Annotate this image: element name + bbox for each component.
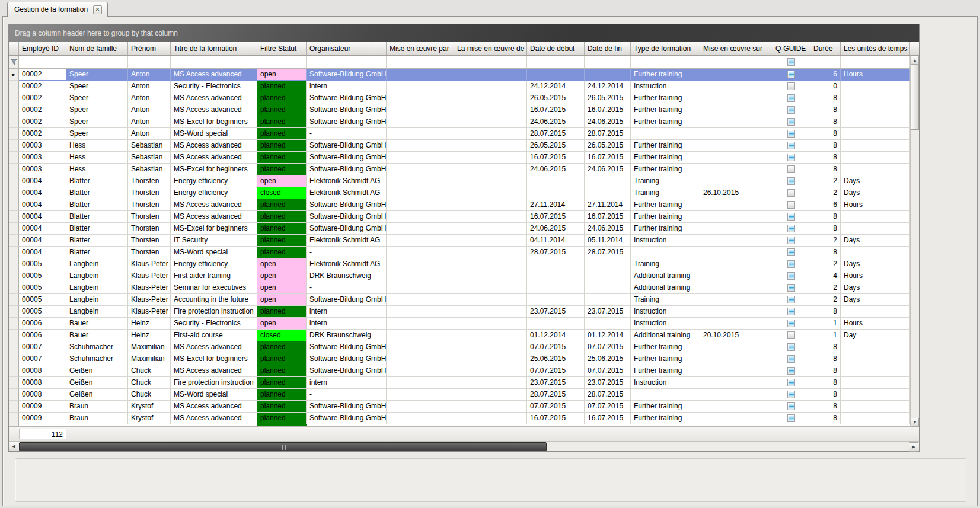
cell-mise_par[interactable] (387, 223, 454, 235)
cell-mise_par[interactable] (387, 377, 454, 389)
cell-type[interactable]: Instruction (631, 235, 700, 247)
cell-organisateur[interactable]: Elektronik Schmidt AG (307, 258, 387, 270)
cell-employe_id[interactable]: 00005 (19, 258, 66, 270)
cell-statut[interactable]: open (257, 318, 307, 330)
table-row[interactable]: 00004BlatterThorstenMS-Word specialplann… (9, 247, 919, 258)
cell-statut[interactable]: planned (257, 152, 307, 164)
cell-employe_id[interactable]: 00004 (19, 223, 66, 235)
cell-type[interactable]: Further training (631, 353, 700, 365)
tab-close-icon[interactable]: ✕ (93, 5, 102, 14)
cell-unites[interactable]: Days (841, 235, 910, 247)
cell-unites[interactable] (841, 81, 910, 92)
cell-mise_sur[interactable] (700, 306, 772, 318)
cell-fin[interactable]: 27.11.2014 (585, 199, 631, 211)
qguide-checkbox-checked-icon[interactable] (787, 391, 795, 398)
cell-qguide[interactable] (772, 104, 810, 116)
qguide-checkbox-checked-icon[interactable] (787, 379, 795, 386)
filter-cell-prenom[interactable] (128, 56, 171, 68)
cell-statut[interactable]: planned (257, 128, 307, 140)
cell-mise_par[interactable] (387, 164, 454, 175)
cell-fin[interactable]: 16.07.2015 (585, 104, 631, 116)
table-row[interactable]: 00008GeißenChuckMS-Word specialplanned-2… (9, 389, 919, 401)
filter-cell-unites[interactable] (841, 56, 910, 68)
cell-mise_de[interactable] (454, 294, 527, 306)
cell-prenom[interactable]: Anton (128, 81, 171, 92)
cell-mise_par[interactable] (387, 318, 454, 330)
qguide-checkbox-checked-icon[interactable] (787, 272, 795, 280)
cell-duree[interactable]: 4 (810, 270, 841, 282)
table-row[interactable]: 00007SchuhmacherMaximilianMS-Excel for b… (9, 353, 919, 365)
qguide-checkbox-checked-icon[interactable] (787, 94, 795, 102)
cell-fin[interactable]: 07.07.2015 (585, 401, 631, 413)
cell-unites[interactable] (841, 353, 910, 365)
cell-nom[interactable]: Geißen (66, 389, 128, 401)
cell-fin[interactable]: 23.07.2015 (585, 377, 631, 389)
cell-mise_sur[interactable] (700, 175, 772, 187)
cell-unites[interactable] (841, 377, 910, 389)
filter-cell-qguide[interactable] (772, 56, 810, 68)
cell-nom[interactable]: Langbein (66, 282, 128, 294)
cell-statut[interactable]: closed (257, 187, 307, 199)
cell-statut[interactable]: open (257, 282, 307, 294)
cell-mise_de[interactable] (454, 211, 527, 223)
cell-mise_de[interactable] (454, 128, 527, 140)
cell-fin[interactable] (585, 258, 631, 270)
cell-type[interactable]: Further training (631, 211, 700, 223)
cell-mise_par[interactable] (387, 152, 454, 164)
scroll-left-icon[interactable]: ◀ (9, 442, 18, 451)
cell-mise_de[interactable] (454, 341, 527, 353)
cell-qguide[interactable] (772, 377, 810, 389)
cell-duree[interactable]: 8 (810, 128, 841, 140)
cell-debut[interactable]: 25.06.2015 (527, 353, 585, 365)
cell-unites[interactable] (841, 223, 910, 235)
cell-type[interactable]: Instruction (631, 81, 700, 92)
cell-organisateur[interactable]: Elektronik Schmidt AG (307, 175, 387, 187)
cell-unites[interactable] (841, 401, 910, 413)
filter-cell-mise_par[interactable] (387, 56, 454, 68)
tab-gestion-formation[interactable]: Gestion de la formation ✕ (7, 2, 108, 17)
cell-debut[interactable]: 24.06.2015 (527, 116, 585, 128)
cell-prenom[interactable]: Thorsten (128, 187, 171, 199)
cell-mise_par[interactable] (387, 69, 454, 81)
cell-type[interactable]: Training (631, 258, 700, 270)
cell-statut[interactable]: planned (257, 247, 307, 258)
table-row[interactable]: 00004BlatterThorstenIT SecurityplannedEl… (9, 235, 919, 247)
cell-organisateur[interactable]: Software-Bildung GmbH (307, 152, 387, 164)
cell-prenom[interactable]: Thorsten (128, 211, 171, 223)
cell-duree[interactable]: 8 (810, 365, 841, 377)
cell-statut[interactable]: planned (257, 92, 307, 104)
cell-titre[interactable]: Fire protection instruction (171, 306, 257, 318)
cell-statut[interactable]: open (257, 294, 307, 306)
cell-titre[interactable]: MS Access advanced (171, 104, 257, 116)
cell-mise_de[interactable] (454, 235, 527, 247)
cell-mise_par[interactable] (387, 258, 454, 270)
cell-nom[interactable]: Blatter (66, 235, 128, 247)
cell-nom[interactable]: Geißen (66, 365, 128, 377)
cell-fin[interactable] (585, 282, 631, 294)
cell-mise_par[interactable] (387, 199, 454, 211)
cell-prenom[interactable]: Thorsten (128, 247, 171, 258)
column-header-type[interactable]: Type de formation (631, 42, 700, 55)
column-header-employe_id[interactable]: Employé ID (19, 42, 66, 55)
cell-qguide[interactable] (772, 258, 810, 270)
cell-debut[interactable] (527, 270, 585, 282)
cell-prenom[interactable]: Anton (128, 69, 171, 81)
cell-debut[interactable]: 16.07.2015 (527, 104, 585, 116)
table-row[interactable]: 00003HessSebastianMS-Excel for beginners… (9, 164, 919, 175)
cell-statut[interactable]: planned (257, 116, 307, 128)
cell-debut[interactable]: 26.05.2015 (527, 140, 585, 152)
cell-duree[interactable]: 8 (810, 116, 841, 128)
horizontal-scroll-thumb[interactable] (19, 442, 547, 451)
cell-nom[interactable]: Blatter (66, 223, 128, 235)
column-header-mise_sur[interactable]: Mise en œuvre sur (700, 42, 772, 55)
cell-unites[interactable] (841, 104, 910, 116)
cell-prenom[interactable]: Heinz (128, 318, 171, 330)
cell-organisateur[interactable]: intern (307, 81, 387, 92)
cell-mise_sur[interactable] (700, 223, 772, 235)
cell-mise_de[interactable] (454, 330, 527, 341)
cell-unites[interactable] (841, 152, 910, 164)
cell-titre[interactable]: Energy efficiency (171, 175, 257, 187)
cell-organisateur[interactable]: Software-Bildung GmbH (307, 365, 387, 377)
cell-duree[interactable]: 1 (810, 330, 841, 341)
cell-organisateur[interactable]: Software-Bildung GmbH (307, 69, 387, 81)
